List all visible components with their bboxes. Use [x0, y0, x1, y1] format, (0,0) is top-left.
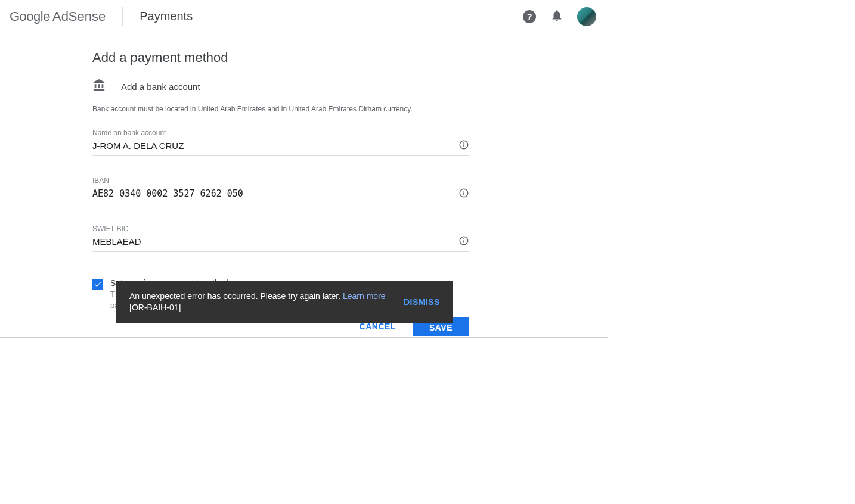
payment-method-card: Add a payment method Add a bank account … [78, 33, 484, 337]
primary-checkbox[interactable] [92, 279, 103, 290]
logo-google: Google [10, 9, 50, 24]
card-subtitle: Add a bank account [121, 82, 200, 92]
content: Add a payment method Add a bank account … [0, 33, 608, 338]
field-name-label: Name on bank account [92, 129, 469, 137]
info-icon[interactable] [459, 139, 469, 150]
page-title: Payments [140, 10, 193, 23]
avatar[interactable] [577, 7, 596, 26]
logo[interactable]: Google AdSense [10, 9, 106, 24]
logo-adsense: AdSense [52, 9, 106, 24]
toast-learn-more-link[interactable]: Learn more [343, 291, 386, 301]
field-swift: SWIFT BIC [92, 225, 469, 252]
header-icons: ? [522, 7, 596, 26]
notifications-icon[interactable] [550, 10, 564, 24]
card-subtitle-row: Add a bank account [92, 79, 469, 94]
toast-text: An unexpected error has occurred. Please… [129, 291, 343, 301]
card-title: Add a payment method [92, 50, 469, 66]
field-swift-label: SWIFT BIC [92, 225, 469, 233]
card-note: Bank account must be located in United A… [92, 105, 469, 113]
field-name: Name on bank account [92, 129, 469, 156]
app-header: Google AdSense Payments ? [0, 0, 608, 33]
info-icon[interactable] [459, 235, 469, 246]
dismiss-button[interactable]: DISMISS [404, 297, 440, 307]
bank-icon [92, 79, 106, 94]
toast-message: An unexpected error has occurred. Please… [129, 291, 386, 313]
name-input[interactable] [92, 139, 469, 156]
error-toast: An unexpected error has occurred. Please… [116, 281, 453, 323]
field-iban-label: IBAN [92, 176, 469, 185]
info-icon[interactable] [459, 188, 469, 198]
help-icon[interactable]: ? [522, 10, 537, 24]
toast-code: [OR-BAIH-01] [129, 302, 386, 313]
field-iban: IBAN [92, 176, 469, 204]
header-divider [122, 7, 123, 26]
iban-input[interactable] [92, 187, 469, 204]
swift-input[interactable] [92, 235, 469, 252]
